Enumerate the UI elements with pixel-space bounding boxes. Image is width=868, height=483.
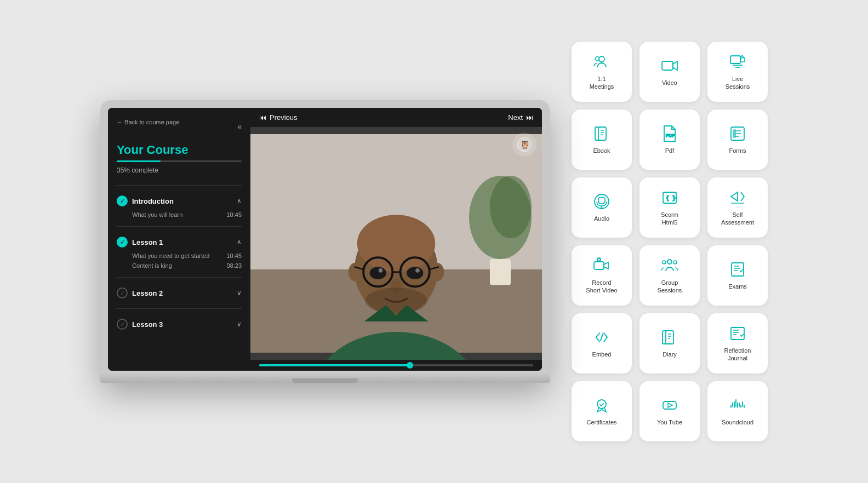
ebook-icon	[593, 125, 610, 142]
svg-rect-5	[490, 259, 511, 285]
lesson-item-name: What you will learn	[132, 211, 182, 218]
main-container: ← Back to course page « Your Course 35% …	[0, 0, 868, 483]
card-label-pdf: Pdf	[665, 147, 675, 154]
card-reflection-journal[interactable]: ReflectionJournal	[707, 313, 768, 373]
lesson-items-intro: What you will learn 10:45	[117, 210, 242, 220]
check-2: ✓	[117, 288, 128, 298]
card-label-scorm: ScormHtml5	[661, 211, 678, 227]
card-label-record: RecordShort Video	[586, 279, 617, 295]
card-label-audio: Audio	[594, 215, 609, 222]
chevron-1: ∧	[237, 238, 242, 246]
svg-point-11	[430, 263, 444, 281]
card-label-forms: Forms	[729, 147, 746, 154]
video-frame: 🦉	[250, 127, 542, 360]
forms-icon	[729, 125, 746, 142]
next-button[interactable]: Next ⏭	[508, 113, 533, 122]
svg-point-19	[379, 268, 383, 273]
card-forms[interactable]: Forms	[707, 110, 768, 170]
card-label-group-sessions: GroupSessions	[658, 279, 682, 295]
lesson-item-name: Content is king	[132, 262, 172, 269]
check-1: ✓	[117, 237, 128, 248]
lesson-header-3[interactable]: ✓ Lesson 3 ∨	[117, 315, 242, 333]
card-label-diary: Diary	[663, 350, 677, 358]
svg-point-43	[667, 260, 672, 264]
progress-bar-fill	[117, 160, 161, 162]
svg-point-22	[365, 288, 427, 314]
progress-track[interactable]	[259, 364, 533, 366]
card-label-exams: Exams	[728, 283, 747, 290]
svg-point-9	[357, 215, 436, 272]
live-sessions-icon	[729, 53, 746, 71]
svg-rect-41	[594, 262, 604, 269]
lesson-header-1[interactable]: ✓ Lesson 1 ∧	[117, 233, 242, 251]
lesson-group-3: ✓ Lesson 3 ∨	[117, 315, 242, 333]
card-self-assessment[interactable]: SelfAssessment	[707, 177, 768, 238]
card-certificates[interactable]: Certificates	[572, 381, 632, 441]
lesson-title-1: Lesson 1	[132, 238, 232, 246]
card-record-short-video[interactable]: RecordShort Video	[572, 245, 632, 306]
chevron-intro: ∧	[237, 197, 242, 205]
svg-text:🦉: 🦉	[520, 140, 530, 150]
card-video[interactable]: Video	[639, 42, 700, 102]
card-youtube[interactable]: You Tube	[639, 381, 700, 441]
progress-text: 35% complete	[117, 166, 242, 174]
svg-point-45	[673, 261, 677, 264]
lesson-item-row: What you will learn 10:45	[132, 210, 242, 220]
lesson-item-time: 08:23	[226, 262, 242, 269]
video-nav: ⏮ Previous Next ⏭	[250, 108, 542, 127]
grid-panel: 1:1Meetings Video LiveSessions	[572, 42, 768, 441]
diary-icon	[661, 329, 678, 346]
check-intro: ✓	[117, 196, 128, 206]
card-soundcloud[interactable]: Soundcloud	[707, 381, 768, 441]
lesson-group-2: ✓ Lesson 2 ∨	[117, 284, 242, 302]
card-exams[interactable]: Exams	[707, 245, 768, 306]
card-group-sessions[interactable]: GroupSessions	[639, 245, 700, 306]
scorm-icon: { }	[661, 189, 678, 206]
collapse-button[interactable]: «	[237, 122, 242, 131]
card-meetings[interactable]: 1:1Meetings	[572, 42, 632, 102]
embed-icon	[593, 329, 610, 346]
progress-bar-bg	[117, 160, 242, 162]
card-ebook[interactable]: Ebook	[572, 110, 632, 170]
progress-played	[259, 364, 410, 366]
lesson-header-2[interactable]: ✓ Lesson 2 ∨	[117, 284, 242, 302]
card-label-reflection-journal: ReflectionJournal	[724, 347, 751, 363]
svg-rect-49	[663, 401, 676, 409]
video-icon	[661, 57, 678, 74]
assessment-icon	[729, 189, 746, 206]
card-label-live-sessions: LiveSessions	[726, 75, 750, 91]
svg-point-4	[490, 176, 532, 238]
progress-thumb	[407, 362, 413, 369]
lesson-title-2: Lesson 2	[132, 289, 232, 297]
group-icon	[661, 257, 678, 274]
svg-point-20	[415, 268, 420, 273]
soundcloud-icon	[729, 396, 746, 414]
lesson-header-intro[interactable]: ✓ Introduction ∧	[117, 192, 242, 210]
meetings-icon	[593, 53, 610, 71]
back-link[interactable]: ← Back to course page	[117, 119, 179, 125]
card-label-meetings: 1:1Meetings	[590, 75, 614, 91]
laptop-base	[100, 371, 550, 383]
card-audio[interactable]: Audio	[572, 177, 632, 238]
lesson-group-intro: ✓ Introduction ∧ What you will learn 10:…	[117, 192, 242, 220]
prev-button[interactable]: ⏮ Previous	[259, 113, 298, 122]
card-scorm[interactable]: { } ScormHtml5	[639, 177, 700, 238]
card-live-sessions[interactable]: LiveSessions	[707, 42, 768, 102]
svg-point-25	[599, 56, 604, 62]
card-label-ebook: Ebook	[593, 147, 610, 154]
youtube-icon	[661, 396, 678, 414]
card-pdf[interactable]: PDF Pdf	[639, 110, 700, 170]
card-embed[interactable]: Embed	[572, 313, 632, 373]
svg-point-44	[663, 261, 666, 264]
video-area: ⏮ Previous Next ⏭	[250, 108, 542, 371]
certificates-icon	[593, 396, 610, 414]
svg-rect-27	[662, 61, 673, 70]
card-diary[interactable]: Diary	[639, 313, 700, 373]
lesson-title-3: Lesson 3	[132, 320, 232, 329]
svg-point-48	[597, 400, 606, 409]
video-controls	[250, 360, 542, 371]
laptop-wrapper: ← Back to course page « Your Course 35% …	[100, 100, 550, 383]
card-label-soundcloud: Soundcloud	[722, 418, 753, 426]
card-label-video: Video	[662, 79, 677, 87]
chevron-3: ∨	[237, 320, 242, 328]
